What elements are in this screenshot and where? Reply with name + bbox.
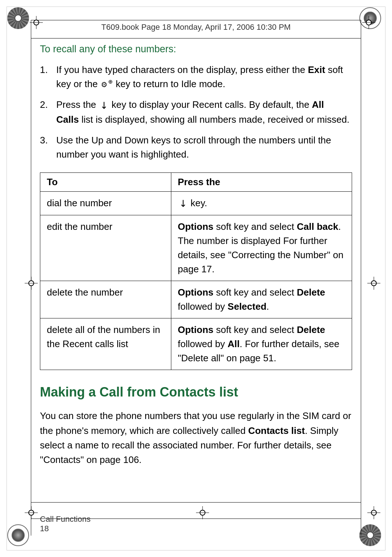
list-number-3: 3. (40, 133, 56, 162)
table-row-2: edit the number Options soft key and sel… (40, 215, 352, 281)
list-content-3: Use the Up and Down keys to scroll throu… (56, 133, 352, 162)
footer-section: Call Functions (40, 515, 352, 524)
section1-heading: To recall any of these numbers: (40, 44, 352, 55)
table-cell-press-3: Options soft key and select Delete follo… (171, 281, 352, 318)
table-cell-press-2: Options soft key and select Call back. T… (171, 215, 352, 281)
table-cell-press-4: Options soft key and select Delete follo… (171, 318, 352, 370)
table-row-1: dial the number ↖ key. (40, 191, 352, 215)
list-content-2: Press the ↖ key to display your Recent c… (56, 98, 352, 127)
table-cell-action-4: delete all of the numbers in the Recent … (40, 318, 171, 370)
corner-mark-bl (7, 524, 33, 550)
footer: Call Functions 18 (40, 515, 352, 533)
header-bottom-line (31, 38, 361, 38)
numbered-list: 1. If you have typed characters on the d… (40, 63, 352, 162)
corner-mark-br (359, 524, 385, 550)
table-col2-header: Press the (171, 172, 352, 191)
list-item-2: 2. Press the ↖ key to display your Recen… (40, 98, 352, 127)
section2-heading: Making a Call from Contacts list (40, 385, 352, 400)
footer-page: 18 (40, 524, 352, 533)
footer-top-line (31, 502, 361, 503)
list-number-1: 1. (40, 63, 56, 91)
table-cell-action-1: dial the number (40, 191, 171, 215)
vline-right (361, 20, 361, 536)
table-row-3: delete the number Options soft key and s… (40, 281, 352, 318)
list-item-1: 1. If you have typed characters on the d… (40, 63, 352, 91)
table-cell-press-1: ↖ key. (171, 191, 352, 215)
table-col1-header: To (40, 172, 171, 191)
main-content: To recall any of these numbers: 1. If yo… (40, 44, 352, 474)
header-text: T609.book Page 18 Monday, April 17, 2006… (0, 23, 392, 32)
table-row-4: delete all of the numbers in the Recent … (40, 318, 352, 370)
section2-body: You can store the phone numbers that you… (40, 408, 352, 467)
table-cell-action-3: delete the number (40, 281, 171, 318)
list-item-3: 3. Use the Up and Down keys to scroll th… (40, 133, 352, 162)
list-content-1: If you have typed characters on the disp… (56, 63, 352, 91)
header-label: T609.book Page 18 Monday, April 17, 2006… (101, 23, 291, 32)
list-number-2: 2. (40, 98, 56, 127)
header-top-line (31, 20, 361, 20)
action-table: To Press the dial the number ↖ key. edit… (40, 172, 352, 370)
table-cell-action-2: edit the number (40, 215, 171, 281)
